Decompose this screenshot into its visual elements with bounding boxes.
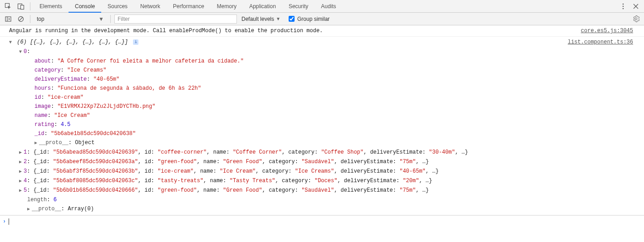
array-index-row[interactable]: ▶5: {_id: "5b6b01b685dc590dc0420666", id… [9,186,568,195]
proto-row[interactable]: ▶__proto__: Array(0) [9,204,568,214]
proto-key: __proto__ [39,140,69,146]
group-similar-checkbox[interactable]: Group similar [289,16,329,22]
array-index-row[interactable]: ▶1: {_id: "5b6abead85dc590dc0420639", id… [9,148,568,157]
log-levels-select[interactable]: Default levels ▼ [239,14,283,24]
tab-audits[interactable]: Audits [315,0,342,13]
tab-network[interactable]: Network [134,0,167,13]
property-value: "Ice Cream" [54,112,90,119]
expand-arrow-icon[interactable]: ▼ [19,48,24,57]
expand-arrow-icon[interactable]: ▶ [19,186,24,195]
tabs-container: ElementsConsoleSourcesNetworkPerformance… [33,0,343,13]
property-key: hours [34,85,51,92]
property-value: "Ice Creams" [67,67,106,73]
separator [30,15,30,23]
object-property-row: category: "Ice Creams" [9,66,568,75]
log-text: Angular is running in the development mo… [9,26,581,35]
property-key: _id [34,131,44,137]
info-badge-icon[interactable]: i [133,39,138,45]
tab-sources[interactable]: Sources [101,0,134,13]
prompt-caret-icon: › [3,218,6,226]
console-toolbar: top ▼ Default levels ▼ Group similar [0,13,644,25]
property-value: "A Coffe Corner foi eleita a melhor cafe… [57,58,243,64]
log-object: ▼ (6) [{…}, {…}, {…}, {…}, {…}, {…}] i ▼… [0,37,644,215]
expand-arrow-icon[interactable]: ▶ [19,158,24,167]
object-property-row: hours: "Funciona de segunda à sábado, de… [9,84,568,93]
expand-arrow-icon[interactable]: ▶ [19,177,24,186]
proto-row[interactable]: ▶__proto__: Object [9,138,568,148]
toggle-sidebar-icon[interactable] [3,14,14,24]
property-value: "ice-cream" [48,94,84,101]
property-value: "40-65m" [93,76,120,82]
object-preview: {_id: "5b6abf3f85dc590dc042063b", id: "i… [34,168,439,174]
expand-arrow-icon[interactable]: ▶ [34,139,39,148]
object-preview: {_id: "5b6abeef85dc590dc042063a", id: "g… [34,159,429,165]
svg-point-5 [623,8,624,9]
separator [30,2,30,10]
context-label: top [37,16,44,22]
tab-memory[interactable]: Memory [211,0,243,13]
object-property-row: id: "ice-cream" [9,93,568,102]
expand-arrow-icon[interactable]: ▶ [19,167,24,176]
array-index-row[interactable]: ▼0: [9,47,568,57]
object-property-row: image: "E1VRMXJ2Xp7Zu2JLjdDYCTHb.png" [9,102,568,111]
close-devtools-icon[interactable] [629,0,642,13]
svg-rect-6 [5,17,11,21]
property-key: id [34,94,41,101]
length-key: length [27,197,47,203]
text-cursor [9,218,9,225]
execution-context-select[interactable]: top ▼ [34,14,107,24]
property-key: category [34,67,61,73]
inspect-element-icon[interactable] [2,0,15,13]
settings-gear-icon[interactable] [630,14,641,24]
devtools-tab-bar: ElementsConsoleSourcesNetworkPerformance… [0,0,644,13]
proto-key: __proto__ [32,206,61,212]
svg-rect-2 [21,5,24,9]
tab-application[interactable]: Application [243,0,282,13]
chevron-down-icon: ▼ [98,16,104,22]
length-value: 6 [54,197,57,203]
tab-security[interactable]: Security [282,0,315,13]
object-property-row: name: "Ice Cream" [9,111,568,120]
console-prompt[interactable]: › [0,215,644,227]
console-output: Angular is running in the development mo… [0,25,644,242]
proto-value: Object [75,140,94,146]
source-link[interactable]: list.component.ts:36 [568,38,644,47]
tab-console[interactable]: Console [69,0,101,13]
property-value: "E1VRMXJ2Xp7Zu2JLjdDYCTHb.png" [57,103,155,110]
expand-arrow-icon[interactable]: ▶ [27,205,32,214]
chevron-down-icon: ▼ [276,16,280,21]
array-index-row[interactable]: ▶4: {_id: "5b6abf8085dc590dc042063c", id… [9,176,568,186]
expand-arrow-icon[interactable]: ▶ [19,148,24,157]
array-index-row[interactable]: ▶2: {_id: "5b6abeef85dc590dc042063a", id… [9,157,568,167]
object-preview: {_id: "5b6abead85dc590dc0420639", id: "c… [34,149,468,155]
more-menu-icon[interactable] [617,0,629,13]
object-property-row: about: "A Coffe Corner foi eleita a melh… [9,57,568,66]
array-index-row[interactable]: ▶3: {_id: "5b6abf3f85dc590dc042063b", id… [9,167,568,176]
expand-arrow-icon[interactable]: ▼ [9,38,14,47]
source-link[interactable]: core.es5.js:3045 [581,26,644,35]
property-key: rating [34,121,54,128]
tab-performance[interactable]: Performance [167,0,211,13]
property-key: deliveryEstimate [34,76,87,82]
property-key: about [34,58,51,64]
group-similar-input[interactable] [289,16,295,22]
proto-value: Array(0) [68,206,94,212]
separator [110,15,111,23]
object-property-row: rating: 4.5 [9,120,568,129]
group-similar-label: Group similar [297,16,329,22]
object-property-row: _id: "5b6abe1b85dc590dc0420638" [9,129,568,138]
object-property-row: deliveryEstimate: "40-65m" [9,75,568,84]
array-summary-row[interactable]: ▼ (6) [{…}, {…}, {…}, {…}, {…}, {…}] i [9,38,568,47]
array-preview: [{…}, {…}, {…}, {…}, {…}, {…}] [27,39,128,45]
device-toolbar-icon[interactable] [15,0,27,13]
length-row: length: 6 [9,195,568,204]
object-preview: {_id: "5b6b01b685dc590dc0420666", id: "g… [34,187,429,194]
log-message: Angular is running in the development mo… [0,25,644,37]
property-value: "Funciona de segunda à sábado, de 6h às … [57,85,201,92]
object-preview: {_id: "5b6abf8085dc590dc042063c", id: "t… [34,178,433,184]
filter-input[interactable] [114,15,237,24]
tab-elements[interactable]: Elements [33,0,69,13]
property-value: 4.5 [61,121,71,128]
clear-console-icon[interactable] [15,14,26,24]
property-key: image [34,103,51,110]
